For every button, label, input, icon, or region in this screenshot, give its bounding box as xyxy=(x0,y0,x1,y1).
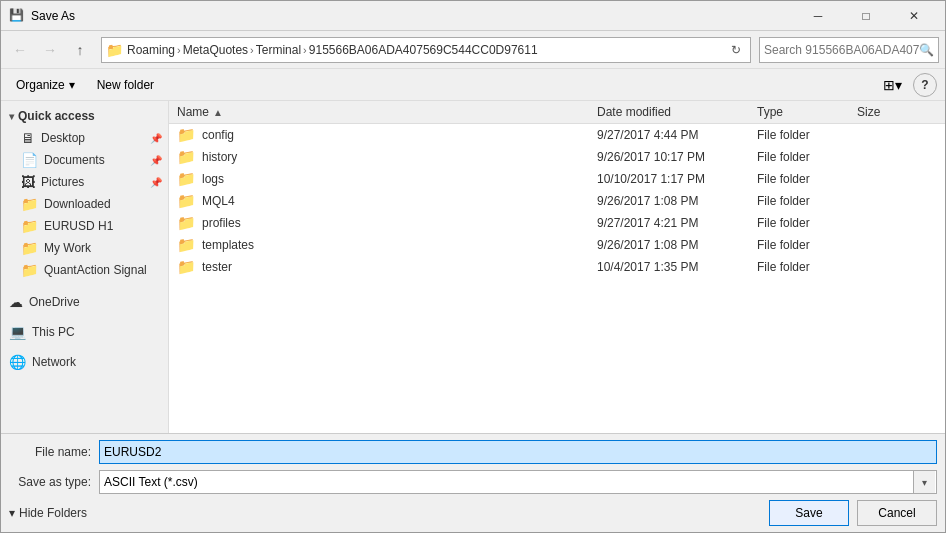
mywork-folder-icon: 📁 xyxy=(21,240,38,256)
sidebar-item-mywork[interactable]: 📁 My Work xyxy=(1,237,168,259)
new-folder-button[interactable]: New folder xyxy=(90,73,161,97)
sidebar-item-thispc-label: This PC xyxy=(32,325,75,339)
file-type: File folder xyxy=(757,238,857,252)
organize-button[interactable]: Organize ▾ xyxy=(9,73,82,97)
table-row[interactable]: 📁 history 9/26/2017 10:17 PM File folder xyxy=(169,146,945,168)
button-area: ▾ Hide Folders Save Cancel xyxy=(9,500,937,526)
table-row[interactable]: 📁 templates 9/26/2017 1:08 PM File folde… xyxy=(169,234,945,256)
save-button[interactable]: Save xyxy=(769,500,849,526)
table-row[interactable]: 📁 MQL4 9/26/2017 1:08 PM File folder xyxy=(169,190,945,212)
network-icon: 🌐 xyxy=(9,354,26,370)
hide-folders-button[interactable]: ▾ Hide Folders xyxy=(9,506,87,520)
sidebar-item-desktop[interactable]: 🖥 Desktop 📌 xyxy=(1,127,168,149)
table-row[interactable]: 📁 config 9/27/2017 4:44 PM File folder xyxy=(169,124,945,146)
quantaction-folder-icon: 📁 xyxy=(21,262,38,278)
eurusd-folder-icon: 📁 xyxy=(21,218,38,234)
sidebar-item-documents[interactable]: 📄 Documents 📌 xyxy=(1,149,168,171)
file-date: 10/4/2017 1:35 PM xyxy=(597,260,757,274)
sidebar-item-eurusd[interactable]: 📁 EURUSD H1 xyxy=(1,215,168,237)
sidebar-item-thispc[interactable]: 💻 This PC xyxy=(1,321,168,343)
close-button[interactable]: ✕ xyxy=(891,1,937,31)
cancel-button[interactable]: Cancel xyxy=(857,500,937,526)
titlebar: 💾 Save As ─ □ ✕ xyxy=(1,1,945,31)
table-row[interactable]: 📁 logs 10/10/2017 1:17 PM File folder xyxy=(169,168,945,190)
refresh-button[interactable]: ↻ xyxy=(726,40,746,60)
sidebar-item-network-label: Network xyxy=(32,355,76,369)
column-name-label: Name xyxy=(177,105,209,119)
sidebar-item-desktop-label: Desktop xyxy=(41,131,85,145)
address-toolbar: ← → ↑ 📁 Roaming › MetaQuotes › Terminal … xyxy=(1,31,945,69)
savetype-row: Save as type: ASCII Text (*.csv) ▾ xyxy=(9,470,937,494)
sidebar-item-onedrive[interactable]: ☁ OneDrive xyxy=(1,291,168,313)
file-type: File folder xyxy=(757,150,857,164)
savetype-select[interactable]: ASCII Text (*.csv) xyxy=(99,470,937,494)
view-button[interactable]: ⊞ ▾ xyxy=(879,73,905,97)
search-input[interactable] xyxy=(764,43,919,57)
file-type: File folder xyxy=(757,216,857,230)
column-size[interactable]: Size xyxy=(857,105,937,119)
forward-button[interactable]: → xyxy=(37,37,63,63)
table-row[interactable]: 📁 profiles 9/27/2017 4:21 PM File folder xyxy=(169,212,945,234)
address-sep-2: › xyxy=(250,44,254,56)
folder-icon: 📁 xyxy=(177,148,196,166)
address-bar[interactable]: 📁 Roaming › MetaQuotes › Terminal › 9155… xyxy=(101,37,751,63)
column-name[interactable]: Name ▲ xyxy=(177,105,597,119)
file-list: 📁 config 9/27/2017 4:44 PM File folder 📁… xyxy=(169,124,945,433)
file-name: MQL4 xyxy=(202,194,597,208)
back-button[interactable]: ← xyxy=(7,37,33,63)
address-part-terminal: Terminal xyxy=(256,43,301,57)
file-list-container: Name ▲ Date modified Type Size 📁 config xyxy=(169,101,945,433)
view-icon: ⊞ xyxy=(883,77,895,93)
search-box[interactable]: 🔍 xyxy=(759,37,939,63)
file-date: 10/10/2017 1:17 PM xyxy=(597,172,757,186)
file-date: 9/26/2017 1:08 PM xyxy=(597,194,757,208)
column-date[interactable]: Date modified xyxy=(597,105,757,119)
column-size-label: Size xyxy=(857,105,880,119)
dialog-icon: 💾 xyxy=(9,8,25,24)
file-name: config xyxy=(202,128,597,142)
onedrive-icon: ☁ xyxy=(9,294,23,310)
documents-icon: 📄 xyxy=(21,152,38,168)
table-row[interactable]: 📁 tester 10/4/2017 1:35 PM File folder xyxy=(169,256,945,278)
savetype-label: Save as type: xyxy=(9,475,99,489)
up-button[interactable]: ↑ xyxy=(67,37,93,63)
sidebar-item-quantaction-label: QuantAction Signal xyxy=(44,263,147,277)
folder-icon: 📁 xyxy=(177,236,196,254)
file-type: File folder xyxy=(757,260,857,274)
savetype-wrapper: ASCII Text (*.csv) ▾ xyxy=(99,470,937,494)
folder-icon: 📁 xyxy=(106,42,123,58)
sidebar-item-downloaded[interactable]: 📁 Downloaded xyxy=(1,193,168,215)
sidebar-item-downloaded-label: Downloaded xyxy=(44,197,111,211)
minimize-button[interactable]: ─ xyxy=(795,1,841,31)
pin-icon-docs: 📌 xyxy=(150,155,162,166)
address-part-metaquotes: MetaQuotes xyxy=(183,43,248,57)
sidebar-item-eurusd-label: EURUSD H1 xyxy=(44,219,113,233)
file-type: File folder xyxy=(757,194,857,208)
sidebar-item-mywork-label: My Work xyxy=(44,241,91,255)
quick-access-header[interactable]: ▾ Quick access xyxy=(1,105,168,127)
address-parts: Roaming › MetaQuotes › Terminal › 915566… xyxy=(127,43,726,57)
file-name: logs xyxy=(202,172,597,186)
titlebar-controls: ─ □ ✕ xyxy=(795,1,937,31)
maximize-button[interactable]: □ xyxy=(843,1,889,31)
sidebar-item-documents-label: Documents xyxy=(44,153,105,167)
file-name: tester xyxy=(202,260,597,274)
downloaded-folder-icon: 📁 xyxy=(21,196,38,212)
desktop-icon: 🖥 xyxy=(21,130,35,146)
filename-input[interactable] xyxy=(99,440,937,464)
quick-access-section: ▾ Quick access 🖥 Desktop 📌 📄 Documents 📌… xyxy=(1,105,168,281)
file-date: 9/27/2017 4:44 PM xyxy=(597,128,757,142)
sidebar: ▾ Quick access 🖥 Desktop 📌 📄 Documents 📌… xyxy=(1,101,169,433)
help-button[interactable]: ? xyxy=(913,73,937,97)
sidebar-item-network[interactable]: 🌐 Network xyxy=(1,351,168,373)
column-type[interactable]: Type xyxy=(757,105,857,119)
sidebar-item-quantaction[interactable]: 📁 QuantAction Signal xyxy=(1,259,168,281)
sidebar-item-onedrive-label: OneDrive xyxy=(29,295,80,309)
file-name: templates xyxy=(202,238,597,252)
sidebar-item-pictures[interactable]: 🖼 Pictures 📌 xyxy=(1,171,168,193)
divider-2 xyxy=(1,313,168,321)
file-list-header: Name ▲ Date modified Type Size xyxy=(169,101,945,124)
quick-access-chevron: ▾ xyxy=(9,111,14,122)
thispc-icon: 💻 xyxy=(9,324,26,340)
action-buttons: Save Cancel xyxy=(769,500,937,526)
